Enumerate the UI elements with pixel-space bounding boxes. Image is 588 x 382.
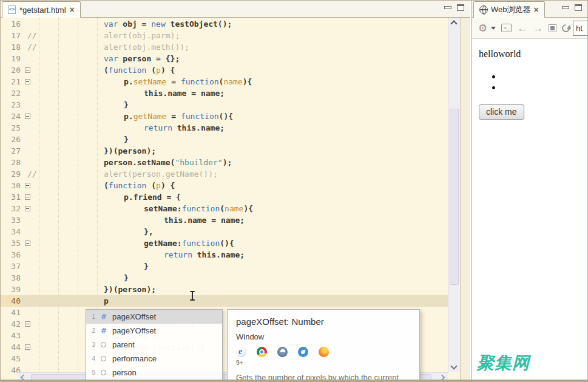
gear-icon[interactable]: ⚙	[478, 23, 487, 33]
line-number: 18	[1, 41, 21, 53]
object-ring-icon	[101, 342, 106, 347]
code-line-37[interactable]: 37}	[1, 261, 448, 272]
code-line-31[interactable]: 31p.friend = {	[1, 191, 448, 203]
code-line-16[interactable]: 16var obj = new testObject();	[1, 18, 448, 30]
browser-window-buttons	[562, 4, 582, 11]
line-number: 23	[1, 99, 21, 111]
code-line-29[interactable]: 29//alert(person.getName());	[1, 168, 448, 180]
code-line-17[interactable]: 17//alert(obj.parm);	[1, 30, 448, 41]
line-number: 29	[1, 168, 21, 180]
code-line-39[interactable]: 39})(person);	[1, 284, 448, 295]
autocomplete-item-pageXOffset[interactable]: 1#pageXOffset	[86, 310, 222, 324]
code-line-40[interactable]: 40p	[1, 295, 448, 307]
code-line-19[interactable]: 19var person = {};	[1, 53, 448, 64]
autocomplete-item-performance[interactable]: 4performance	[86, 352, 222, 366]
code-line-23[interactable]: 23}	[1, 99, 448, 111]
click-me-button[interactable]: click me	[479, 104, 524, 120]
code-text: this.name = name;	[144, 87, 225, 99]
fold-collapse-icon[interactable]	[25, 67, 30, 73]
code-line-27[interactable]: 27})(person);	[1, 145, 448, 157]
minimize-icon[interactable]	[444, 6, 451, 9]
fold-collapse-icon[interactable]	[25, 344, 30, 350]
code-line-34[interactable]: 34},	[1, 226, 448, 237]
maximize-icon[interactable]	[575, 4, 582, 11]
code-text: })(person);	[104, 145, 156, 157]
maximize-icon[interactable]	[457, 4, 464, 11]
line-number: 39	[1, 284, 21, 295]
fold-collapse-icon[interactable]	[25, 321, 30, 327]
item-label: pageXOffset	[112, 312, 156, 321]
code-line-18[interactable]: 18//alert(obj.meth());	[1, 41, 448, 53]
code-line-28[interactable]: 28person.setName("hbuilder");	[1, 157, 448, 168]
code-line-33[interactable]: 33this.name = name;	[1, 214, 448, 226]
code-line-32[interactable]: 32setName:function(name){	[1, 203, 448, 214]
fold-collapse-icon[interactable]	[25, 206, 30, 211]
browser-version-note: 9+	[236, 360, 411, 366]
code-line-30[interactable]: 30(function (p) {	[1, 180, 448, 191]
autocomplete-item-person[interactable]: 5person	[86, 366, 222, 380]
code-line-25[interactable]: 25return this.name;	[1, 122, 448, 134]
url-input[interactable]: ht	[573, 21, 588, 36]
item-rank: 3	[89, 341, 95, 348]
line-number: 42	[1, 318, 21, 330]
code-line-21[interactable]: 21p.setName = function(name){	[1, 76, 448, 87]
scroll-up-icon[interactable]	[450, 20, 457, 27]
item-rank: 4	[89, 355, 95, 362]
code-line-38[interactable]: 38}	[1, 272, 448, 284]
code-line-26[interactable]: 26}	[1, 134, 448, 145]
browser-tab-close-icon[interactable]: ×	[534, 6, 539, 13]
doc-tooltip-context: Window	[236, 332, 411, 341]
line-number: 36	[1, 249, 21, 261]
fold-collapse-icon[interactable]	[25, 183, 30, 188]
line-number: 25	[1, 122, 21, 134]
line-number: 30	[1, 180, 21, 191]
comment-prefix: //	[27, 30, 37, 41]
code-text: p.getName = function(){	[124, 111, 233, 122]
doc-tooltip-title: pageXOffset: Number	[236, 316, 411, 327]
line-number: 32	[1, 203, 21, 214]
editor-tabbar: <> *getstart.html ×	[1, 1, 470, 18]
code-line-20[interactable]: 20(function (p) {	[1, 64, 448, 76]
browser-tabbar: Web浏览器 ×	[472, 1, 588, 18]
window-bottom-edge	[1, 380, 587, 381]
forward-icon[interactable]: →	[533, 23, 543, 33]
doc-tooltip: pageXOffset: Number Window 9+ Gets the n…	[227, 309, 420, 382]
fold-collapse-icon[interactable]	[25, 194, 30, 200]
panel-window-buttons	[444, 4, 464, 11]
hello-text: helloworld	[479, 49, 521, 60]
ide-window: <> *getstart.html × 16var obj = new test…	[0, 0, 588, 382]
terminal-icon[interactable]: >_	[501, 24, 512, 32]
code-line-36[interactable]: 36return this.name;	[1, 249, 448, 261]
code-text: (function (p) {	[104, 64, 175, 76]
stop-icon[interactable]	[549, 24, 556, 32]
property-hash-icon: #	[100, 326, 107, 335]
fold-collapse-icon[interactable]	[25, 79, 30, 84]
code-text: person.setName("hbuilder");	[104, 157, 232, 168]
back-icon[interactable]: ←	[517, 23, 527, 33]
code-text: p.friend = {	[124, 191, 181, 203]
chevron-down-icon[interactable]	[491, 27, 496, 30]
vertical-scrollbar[interactable]	[448, 18, 460, 372]
tab-web-browser[interactable]: Web浏览器 ×	[473, 1, 545, 18]
vertical-scrollbar-thumb[interactable]	[450, 109, 459, 285]
fold-collapse-icon[interactable]	[25, 240, 30, 246]
tab-close-icon[interactable]: ×	[70, 6, 75, 13]
code-line-35[interactable]: 35getName:function(){	[1, 237, 448, 249]
watermark-text: 聚集网	[477, 352, 530, 375]
line-number: 33	[1, 214, 21, 226]
tab-getstart-html[interactable]: <> *getstart.html ×	[2, 1, 81, 18]
line-number: 45	[1, 353, 21, 364]
code-line-24[interactable]: 24p.getName = function(){	[1, 111, 448, 122]
autocomplete-item-parent[interactable]: 3parent	[86, 338, 222, 352]
code-text: }	[124, 272, 129, 284]
comment-prefix: //	[27, 41, 37, 53]
refresh-icon[interactable]	[561, 22, 572, 33]
minimize-icon[interactable]	[562, 6, 569, 9]
item-label: performance	[112, 354, 157, 363]
web-browser-panel: Web浏览器 × ⚙ >_ ← → ht helloworld click me…	[471, 1, 588, 381]
autocomplete-item-pageYOffset[interactable]: 2#pageYOffset	[86, 324, 222, 338]
scroll-down-icon[interactable]	[450, 363, 457, 369]
code-line-22[interactable]: 22this.name = name;	[1, 87, 448, 99]
line-number: 21	[1, 76, 21, 87]
fold-collapse-icon[interactable]	[25, 114, 30, 119]
